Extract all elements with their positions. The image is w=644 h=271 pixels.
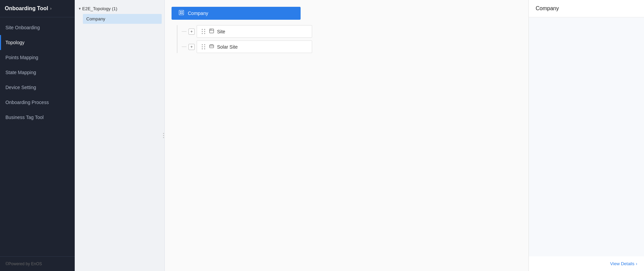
- sidebar-item-business-tag-tool[interactable]: Business Tag Tool: [0, 110, 75, 125]
- sidebar: Onboarding Tool › Site Onboarding Topolo…: [0, 0, 75, 271]
- detail-panel-header: Company: [529, 0, 644, 17]
- sidebar-label-site-onboarding: Site Onboarding: [5, 25, 40, 30]
- view-details-arrow-icon: ›: [636, 261, 637, 266]
- header-chevron-icon: ›: [50, 6, 52, 11]
- topology-area: Company +: [165, 0, 529, 271]
- sidebar-label-topology: Topology: [5, 40, 24, 45]
- main-content: Company +: [165, 0, 529, 271]
- company-node-icon: [178, 10, 184, 17]
- sidebar-label-onboarding-process: Onboarding Process: [5, 100, 49, 105]
- company-root-node[interactable]: Company: [172, 7, 301, 20]
- svg-rect-3: [180, 13, 181, 14]
- site-node[interactable]: Site: [197, 25, 312, 38]
- sidebar-label-device-setting: Device Setting: [5, 85, 36, 90]
- company-node-label: Company: [188, 11, 208, 16]
- site-node-label: Site: [217, 29, 225, 34]
- detail-panel-title: Company: [536, 5, 559, 11]
- solar-site-node-row: +: [182, 40, 522, 53]
- svg-rect-2: [182, 11, 183, 12]
- detail-panel-body: [529, 17, 644, 256]
- middle-panel: ▾ E2E_Topology (1) Company: [75, 0, 165, 271]
- sidebar-header[interactable]: Onboarding Tool ›: [0, 0, 75, 17]
- child-nodes: + Site: [182, 25, 522, 53]
- sidebar-footer: ©Powered by EnOS: [0, 256, 75, 271]
- panel-resizer[interactable]: [162, 0, 164, 271]
- powered-by-label: ©Powered by EnOS: [5, 261, 42, 266]
- svg-rect-5: [210, 29, 214, 33]
- connector-line-site: [182, 31, 186, 32]
- sidebar-label-business-tag-tool: Business Tag Tool: [5, 115, 43, 120]
- tree-child-company[interactable]: Company: [83, 14, 162, 24]
- tree-collapse-icon: ▾: [79, 6, 81, 11]
- sidebar-item-state-mapping[interactable]: State Mapping: [0, 65, 75, 80]
- solar-site-node[interactable]: Solar Site: [197, 40, 312, 53]
- site-drag-handle-icon: [202, 29, 205, 34]
- svg-rect-4: [182, 13, 183, 14]
- svg-rect-8: [210, 45, 214, 48]
- svg-rect-1: [180, 11, 181, 12]
- solar-site-node-icon: [209, 44, 214, 50]
- tree-root[interactable]: ▾ E2E_Topology (1): [77, 4, 162, 13]
- sidebar-item-points-mapping[interactable]: Points Mapping: [0, 50, 75, 65]
- resizer-dots: [163, 133, 164, 138]
- view-details-link[interactable]: View Details ›: [610, 261, 637, 266]
- sidebar-item-device-setting[interactable]: Device Setting: [0, 80, 75, 95]
- svg-rect-0: [179, 10, 184, 15]
- tree-container: ▾ E2E_Topology (1) Company: [75, 0, 164, 271]
- tree-root-label: E2E_Topology (1): [82, 6, 117, 11]
- app-title: Onboarding Tool: [5, 5, 48, 12]
- sidebar-label-points-mapping: Points Mapping: [5, 55, 38, 60]
- site-expand-button[interactable]: +: [189, 29, 195, 35]
- detail-panel: Company View Details ›: [529, 0, 644, 271]
- solar-site-node-label: Solar Site: [217, 44, 238, 50]
- detail-panel-footer: View Details ›: [529, 256, 644, 271]
- view-details-label: View Details: [610, 261, 634, 266]
- resizer-dot-3: [163, 137, 164, 138]
- site-node-icon: [209, 28, 214, 35]
- sidebar-item-topology[interactable]: Topology: [0, 35, 75, 50]
- resizer-dot-2: [163, 135, 164, 136]
- site-node-row: + Site: [182, 25, 522, 38]
- sidebar-item-onboarding-process[interactable]: Onboarding Process: [0, 95, 75, 110]
- solar-site-drag-handle-icon: [202, 44, 205, 49]
- tree-children: Company: [83, 14, 162, 24]
- resizer-dot-1: [163, 133, 164, 134]
- sidebar-item-site-onboarding[interactable]: Site Onboarding: [0, 20, 75, 35]
- connector-line-solar-site: [182, 47, 186, 47]
- sidebar-label-state-mapping: State Mapping: [5, 70, 36, 75]
- tree-child-company-label: Company: [86, 16, 105, 21]
- solar-site-expand-button[interactable]: +: [189, 44, 195, 50]
- sidebar-nav: Site Onboarding Topology Points Mapping …: [0, 17, 75, 256]
